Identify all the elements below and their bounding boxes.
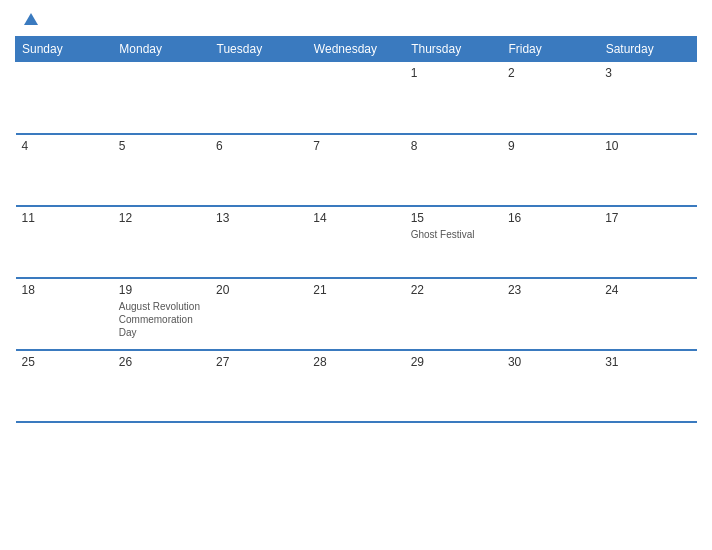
logo-triangle-icon	[24, 13, 38, 25]
day-number: 23	[508, 283, 593, 297]
calendar-cell	[113, 62, 210, 134]
day-number: 7	[313, 139, 398, 153]
calendar-cell: 1	[405, 62, 502, 134]
calendar-cell: 13	[210, 206, 307, 278]
day-number: 31	[605, 355, 690, 369]
calendar-cell: 31	[599, 350, 696, 422]
weekday-header-row: SundayMondayTuesdayWednesdayThursdayFrid…	[16, 37, 697, 62]
calendar-cell: 16	[502, 206, 599, 278]
calendar-cell: 21	[307, 278, 404, 350]
day-number: 28	[313, 355, 398, 369]
weekday-header-thursday: Thursday	[405, 37, 502, 62]
calendar-cell: 22	[405, 278, 502, 350]
day-number: 1	[411, 66, 496, 80]
calendar-page: SundayMondayTuesdayWednesdayThursdayFrid…	[0, 0, 712, 550]
calendar-cell: 24	[599, 278, 696, 350]
day-number: 15	[411, 211, 496, 225]
calendar-cell: 8	[405, 134, 502, 206]
day-number: 29	[411, 355, 496, 369]
calendar-cell: 10	[599, 134, 696, 206]
calendar-cell: 2	[502, 62, 599, 134]
day-number: 5	[119, 139, 204, 153]
calendar-cell: 3	[599, 62, 696, 134]
weekday-header-friday: Friday	[502, 37, 599, 62]
day-number: 26	[119, 355, 204, 369]
week-row-0: 123	[16, 62, 697, 134]
calendar-cell: 30	[502, 350, 599, 422]
calendar-cell: 12	[113, 206, 210, 278]
calendar-cell: 26	[113, 350, 210, 422]
calendar-cell: 14	[307, 206, 404, 278]
week-row-2: 1112131415Ghost Festival1617	[16, 206, 697, 278]
calendar-cell	[307, 62, 404, 134]
day-number: 8	[411, 139, 496, 153]
day-number: 4	[22, 139, 107, 153]
day-number: 21	[313, 283, 398, 297]
calendar-cell: 20	[210, 278, 307, 350]
day-number: 16	[508, 211, 593, 225]
week-row-4: 25262728293031	[16, 350, 697, 422]
calendar-cell: 9	[502, 134, 599, 206]
calendar-cell: 18	[16, 278, 113, 350]
calendar-cell: 11	[16, 206, 113, 278]
weekday-header-sunday: Sunday	[16, 37, 113, 62]
week-row-3: 1819August Revolution Commemoration Day2…	[16, 278, 697, 350]
day-number: 12	[119, 211, 204, 225]
day-number: 11	[22, 211, 107, 225]
calendar-cell: 7	[307, 134, 404, 206]
weekday-header-saturday: Saturday	[599, 37, 696, 62]
calendar-cell: 29	[405, 350, 502, 422]
calendar-cell: 17	[599, 206, 696, 278]
calendar-cell: 23	[502, 278, 599, 350]
day-number: 27	[216, 355, 301, 369]
calendar-cell: 28	[307, 350, 404, 422]
calendar-cell	[210, 62, 307, 134]
day-number: 30	[508, 355, 593, 369]
week-row-1: 45678910	[16, 134, 697, 206]
header	[15, 10, 697, 28]
calendar-table: SundayMondayTuesdayWednesdayThursdayFrid…	[15, 36, 697, 423]
day-number: 24	[605, 283, 690, 297]
weekday-header-tuesday: Tuesday	[210, 37, 307, 62]
day-number: 6	[216, 139, 301, 153]
calendar-cell: 5	[113, 134, 210, 206]
day-number: 14	[313, 211, 398, 225]
weekday-header-wednesday: Wednesday	[307, 37, 404, 62]
day-number: 3	[605, 66, 690, 80]
weekday-header-monday: Monday	[113, 37, 210, 62]
holiday-label: August Revolution Commemoration Day	[119, 300, 204, 339]
day-number: 17	[605, 211, 690, 225]
calendar-cell: 4	[16, 134, 113, 206]
day-number: 13	[216, 211, 301, 225]
logo	[20, 10, 42, 28]
day-number: 18	[22, 283, 107, 297]
day-number: 25	[22, 355, 107, 369]
day-number: 20	[216, 283, 301, 297]
day-number: 9	[508, 139, 593, 153]
day-number: 10	[605, 139, 690, 153]
day-number: 2	[508, 66, 593, 80]
day-number: 19	[119, 283, 204, 297]
calendar-cell: 6	[210, 134, 307, 206]
day-number: 22	[411, 283, 496, 297]
holiday-label: Ghost Festival	[411, 228, 496, 241]
calendar-cell: 27	[210, 350, 307, 422]
calendar-cell: 19August Revolution Commemoration Day	[113, 278, 210, 350]
calendar-cell	[16, 62, 113, 134]
calendar-cell: 25	[16, 350, 113, 422]
calendar-cell: 15Ghost Festival	[405, 206, 502, 278]
